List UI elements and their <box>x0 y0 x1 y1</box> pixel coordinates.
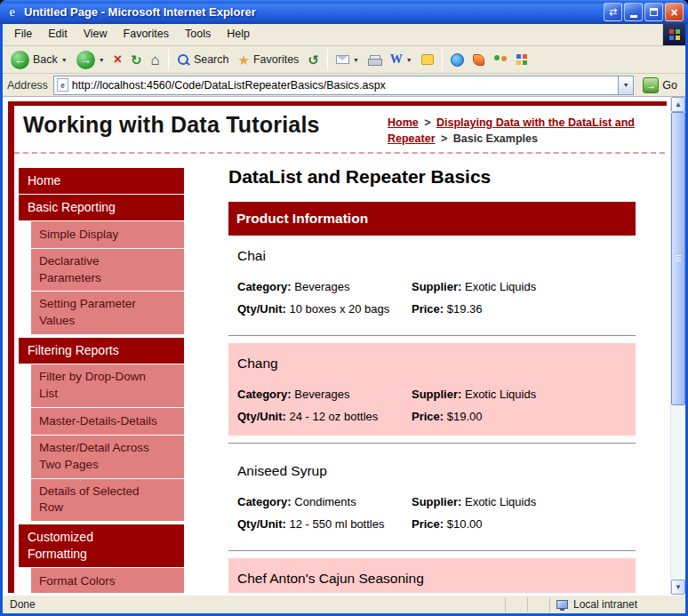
media-icon <box>473 54 484 66</box>
vertical-scrollbar[interactable]: ▲ ▼ <box>670 97 685 595</box>
menu-file[interactable]: File <box>6 24 40 45</box>
title-bar[interactable]: e Untitled Page - Microsoft Internet Exp… <box>0 0 688 24</box>
breadcrumb-separator: > <box>438 132 451 145</box>
web-page: Working with Data Tutorials Home > Displ… <box>3 97 670 595</box>
menu-edit[interactable]: Edit <box>40 24 76 45</box>
page-title: DataList and Repeater Basics <box>228 166 636 188</box>
scrollbar-thumb[interactable] <box>671 112 685 405</box>
scroll-up-button[interactable]: ▲ <box>671 97 685 112</box>
sidebar-item-filter-by-drop-down-list[interactable]: Filter by Drop-Down List <box>31 364 184 407</box>
sidebar-item-customized-formatting[interactable]: Customized Formatting <box>19 524 184 567</box>
refresh-icon: ↻ <box>131 53 142 67</box>
breadcrumb-separator: > <box>421 116 434 129</box>
product-list: Chai Category: Beverages Supplier: Exoti… <box>228 236 636 593</box>
stop-icon: × <box>114 52 122 67</box>
product-item-chai: Chai Category: Beverages Supplier: Exoti… <box>228 236 636 328</box>
intranet-icon <box>556 600 568 609</box>
back-button[interactable]: ← Back ▼ <box>7 49 71 71</box>
status-panel <box>505 597 524 612</box>
price-value: $10.00 <box>447 517 483 531</box>
sidebar-item-label: Details of Selected Row <box>39 484 159 517</box>
sidebar-item-master-detail-across-two-pages[interactable]: Master/Detail Across Two Pages <box>31 436 184 478</box>
qty-value: 10 boxes x 20 bags <box>290 302 390 316</box>
home-icon: ⌂ <box>151 52 160 68</box>
close-button[interactable]: × <box>665 3 684 21</box>
sidebar-item-setting-parameter-values[interactable]: Setting Parameter Values <box>31 292 184 334</box>
ie-logo-icon: e <box>4 4 20 20</box>
sidebar-item-format-colors[interactable]: Format Colors <box>31 568 184 593</box>
category-value: Beverages <box>294 280 349 293</box>
maximize-button[interactable] <box>644 3 663 21</box>
menu-tools[interactable]: Tools <box>177 24 219 45</box>
grid-icon <box>516 54 528 66</box>
window-arrows-button[interactable]: ⇄ <box>604 3 622 21</box>
toolbar: ← Back ▼ → ▼ × ↻ ⌂ Search ★ Favorites ↺ <box>3 46 685 74</box>
product-detail-row: Qty/Unit: 10 boxes x 20 bags Price: $19.… <box>237 302 627 316</box>
supplier-value: Exotic Liquids <box>465 280 536 293</box>
status-panel <box>527 597 547 612</box>
maximize-icon <box>650 8 658 16</box>
history-icon: ↺ <box>308 53 319 67</box>
forward-button[interactable]: → ▼ <box>73 49 108 71</box>
window-title: Untitled Page - Microsoft Internet Explo… <box>24 5 599 19</box>
search-button[interactable]: Search <box>173 52 233 68</box>
site-header: Working with Data Tutorials Home > Displ… <box>14 106 667 152</box>
discuss-button[interactable] <box>418 52 437 67</box>
sidebar-item-basic-reporting[interactable]: Basic Reporting <box>19 195 184 220</box>
minimize-button[interactable] <box>624 3 643 21</box>
window-frame: FileEditViewFavoritesToolsHelp ← Back ▼ … <box>0 24 688 616</box>
scroll-down-button[interactable]: ▼ <box>671 580 685 595</box>
print-button[interactable] <box>364 53 385 67</box>
breadcrumb-current: Basic Examples <box>453 132 538 145</box>
address-label: Address <box>7 79 48 92</box>
menu-help[interactable]: Help <box>219 24 258 45</box>
edit-button[interactable]: W ▼ <box>387 52 416 68</box>
word-edit-icon: W <box>390 53 403 66</box>
history-button[interactable]: ↺ <box>304 52 323 68</box>
refresh-button[interactable]: ↻ <box>127 52 146 68</box>
product-separator <box>228 335 636 336</box>
product-item-aniseed-syrup: Aniseed Syrup Category: Condiments Suppl… <box>228 451 636 543</box>
product-name: Chai <box>237 248 627 264</box>
browser-window: e Untitled Page - Microsoft Internet Exp… <box>0 0 688 616</box>
product-separator <box>228 443 636 444</box>
mail-button[interactable]: ▼ <box>332 53 363 66</box>
breadcrumb: Home > Displaying Data with the DataList… <box>388 112 661 147</box>
media-button[interactable] <box>469 52 488 68</box>
research-button[interactable] <box>513 52 532 68</box>
msn-button[interactable] <box>447 52 468 68</box>
search-icon <box>177 53 190 67</box>
sidebar-item-simple-display[interactable]: Simple Display <box>31 221 184 248</box>
mail-icon <box>336 55 349 64</box>
product-detail-row: Category: Condiments Supplier: Exotic Li… <box>237 495 627 508</box>
sidebar-item-label: Customized Formatting <box>28 529 152 563</box>
messenger-button[interactable] <box>490 52 511 68</box>
breadcrumb-link[interactable]: Home <box>388 116 419 129</box>
sidebar-item-label: Basic Reporting <box>28 199 116 216</box>
price-label: Price: <box>412 517 444 531</box>
address-dropdown-button[interactable]: ▼ <box>618 76 633 94</box>
product-detail-row: Category: Beverages Supplier: Exotic Liq… <box>237 388 627 401</box>
sidebar-item-declarative-parameters[interactable]: Declarative Parameters <box>31 249 184 292</box>
product-name: Chef Anton's Cajun Seasoning <box>237 571 627 587</box>
favorites-button[interactable]: ★ Favorites <box>234 52 302 68</box>
sidebar-item-filtering-reports[interactable]: Filtering Reports <box>19 338 184 364</box>
sidebar-item-master-details-details[interactable]: Master-Details-Details <box>31 408 184 435</box>
sidebar-item-home[interactable]: Home <box>19 168 184 194</box>
menu-favorites[interactable]: Favorites <box>116 24 177 45</box>
stop-button[interactable]: × <box>110 51 125 68</box>
menu-view[interactable]: View <box>76 24 116 45</box>
go-label: Go <box>662 79 677 92</box>
window-controls: ⇄ × <box>604 3 684 21</box>
site-title: Working with Data Tutorials <box>23 112 320 138</box>
go-button[interactable]: → Go <box>639 77 681 93</box>
sidebar-item-details-of-selected-row[interactable]: Details of Selected Row <box>31 479 184 522</box>
home-button[interactable]: ⌂ <box>148 51 164 69</box>
supplier-value: Exotic Liquids <box>465 495 536 508</box>
address-input[interactable]: e http://localhost:4560/Code/DataListRep… <box>53 76 634 95</box>
discuss-icon <box>421 54 434 65</box>
price-label: Price: <box>412 410 444 423</box>
status-text: Done <box>5 597 502 612</box>
status-bar: Done Local intranet <box>3 595 685 613</box>
product-detail-row: Qty/Unit: 12 - 550 ml bottles Price: $10… <box>237 517 627 531</box>
